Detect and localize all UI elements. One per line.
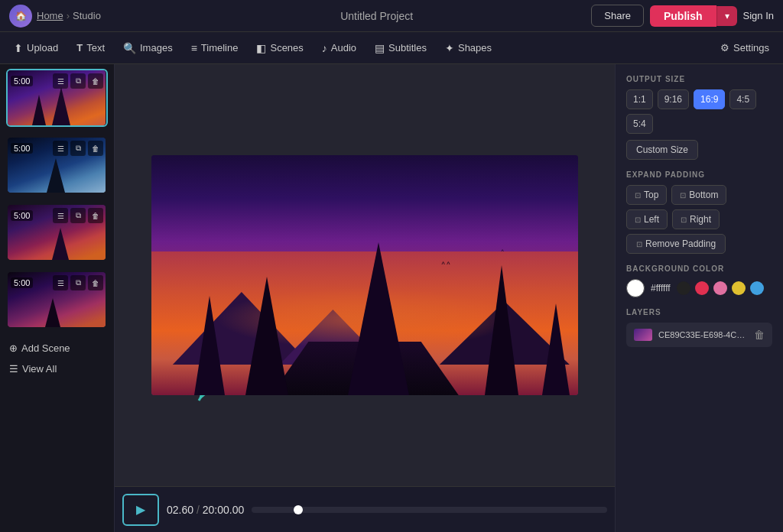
scene-item-1[interactable]: 5:00 ☰ ⧉ 🗑 bbox=[6, 69, 108, 127]
tool-subtitles[interactable]: ▤ Subtitles bbox=[367, 38, 434, 58]
scene-menu-2[interactable]: ☰ bbox=[53, 141, 68, 156]
home-link[interactable]: Home bbox=[37, 10, 63, 21]
size-btn-1-1[interactable]: 1:1 bbox=[626, 89, 653, 109]
scene-overlay-1: 5:00 ☰ ⧉ 🗑 bbox=[11, 73, 103, 89]
output-size-section: OUTPUT SIZE 1:1 9:16 16:9 4:5 5:4 Custom… bbox=[626, 75, 772, 160]
scene-item-2[interactable]: 5:00 ☰ ⧉ 🗑 bbox=[6, 136, 108, 194]
custom-size-button[interactable]: Custom Size bbox=[626, 140, 698, 160]
tool-text-label: Text bbox=[86, 42, 105, 54]
current-time: 02.60 bbox=[167, 504, 193, 516]
topbar-center: Untitled Project bbox=[162, 10, 591, 22]
share-button[interactable]: Share bbox=[591, 5, 644, 27]
settings-label: Settings bbox=[733, 42, 769, 54]
play-button[interactable]: ▶ bbox=[122, 494, 159, 526]
canvas-section: ^ ^ ^ ▶ 02.60 / 20:00.00 bbox=[115, 64, 615, 532]
scene-menu-4[interactable]: ☰ bbox=[53, 275, 68, 290]
view-all-button[interactable]: ☰ View All bbox=[6, 360, 108, 378]
color-dot-red[interactable] bbox=[695, 281, 709, 295]
scene-copy-3[interactable]: ⧉ bbox=[70, 208, 86, 223]
shapes-icon: ✦ bbox=[445, 42, 454, 54]
topbar: 🏠 Home › Studio Untitled Project Share P… bbox=[0, 0, 783, 32]
padding-options: ⊡ Top ⊡ Bottom bbox=[626, 185, 772, 205]
topbar-left: 🏠 Home › Studio bbox=[9, 5, 162, 28]
padding-right-button[interactable]: ⊡ Right bbox=[672, 209, 720, 229]
add-scene-button[interactable]: ⊕ Add Scene bbox=[6, 339, 108, 357]
toolbar: ⬆ Upload T Text 🔍 Images ≡ Timeline ◧ Sc… bbox=[0, 32, 783, 64]
layer-item[interactable]: CE89C33E-E698-4C2D-... 🗑 bbox=[626, 323, 772, 347]
remove-padding-icon: ⊡ bbox=[636, 240, 642, 248]
padding-left-icon: ⊡ bbox=[635, 216, 641, 224]
tool-scenes[interactable]: ◧ Scenes bbox=[249, 38, 310, 58]
scene-item-3[interactable]: 5:00 ☰ ⧉ 🗑 bbox=[6, 203, 108, 261]
canvas-area: ^ ^ ^ bbox=[115, 64, 615, 486]
upload-icon: ⬆ bbox=[14, 42, 23, 54]
tool-scenes-label: Scenes bbox=[270, 42, 303, 54]
remove-padding-label: Remove Padding bbox=[645, 238, 716, 249]
tool-timeline[interactable]: ≡ Timeline bbox=[184, 38, 246, 58]
scene-item-4[interactable]: 5:00 ☰ ⧉ 🗑 bbox=[6, 271, 108, 329]
padding-left-button[interactable]: ⊡ Left bbox=[626, 209, 668, 229]
avatar: 🏠 bbox=[9, 5, 32, 28]
publish-button[interactable]: Publish bbox=[650, 5, 716, 27]
scene-copy-4[interactable]: ⧉ bbox=[70, 275, 86, 290]
scene-delete-2[interactable]: 🗑 bbox=[88, 141, 103, 156]
tool-images[interactable]: 🔍 Images bbox=[115, 38, 180, 58]
padding-right-label: Right bbox=[690, 214, 711, 225]
tool-audio-label: Audio bbox=[331, 42, 356, 54]
timeline-bar: ▶ 02.60 / 20:00.00 bbox=[115, 486, 615, 532]
scene-delete-4[interactable]: 🗑 bbox=[88, 275, 103, 290]
total-time: 20:00.00 bbox=[203, 504, 245, 516]
right-panel: OUTPUT SIZE 1:1 9:16 16:9 4:5 5:4 Custom… bbox=[615, 64, 783, 532]
remove-padding-wrapper: ⊡ Remove Padding bbox=[626, 234, 772, 254]
studio-label: Studio bbox=[73, 10, 101, 21]
padding-top-icon: ⊡ bbox=[635, 191, 641, 200]
images-icon: 🔍 bbox=[123, 42, 136, 54]
color-dot-pink[interactable] bbox=[713, 281, 727, 295]
output-size-title: OUTPUT SIZE bbox=[626, 75, 772, 83]
tool-audio[interactable]: ♪ Audio bbox=[314, 38, 364, 58]
padding-options-lr: ⊡ Left ⊡ Right bbox=[626, 209, 772, 229]
color-swatch-white[interactable] bbox=[626, 279, 645, 297]
scene-copy-1[interactable]: ⧉ bbox=[70, 73, 86, 89]
signin-button[interactable]: Sign In bbox=[743, 10, 774, 21]
color-row: #ffffff bbox=[626, 279, 772, 297]
scene-menu-3[interactable]: ☰ bbox=[53, 208, 68, 223]
size-btn-16-9[interactable]: 16:9 bbox=[694, 89, 725, 109]
subtitles-icon: ▤ bbox=[375, 42, 385, 54]
scene-time-3: 5:00 bbox=[11, 210, 33, 221]
color-dot-yellow[interactable] bbox=[732, 281, 746, 295]
settings-item[interactable]: ⚙ Settings bbox=[713, 38, 777, 57]
tool-upload[interactable]: ⬆ Upload bbox=[6, 38, 66, 58]
publish-dropdown-button[interactable]: ▾ bbox=[716, 6, 737, 26]
padding-top-label: Top bbox=[644, 190, 658, 200]
breadcrumb: Home › Studio bbox=[37, 10, 101, 21]
remove-padding-button[interactable]: ⊡ Remove Padding bbox=[626, 234, 726, 254]
layer-delete-button[interactable]: 🗑 bbox=[754, 329, 765, 341]
size-btn-4-5[interactable]: 4:5 bbox=[729, 89, 756, 109]
color-dot-blue[interactable] bbox=[750, 281, 764, 295]
text-icon: T bbox=[76, 42, 83, 54]
layer-thumbnail bbox=[634, 329, 652, 341]
scene-delete-3[interactable]: 🗑 bbox=[88, 208, 103, 223]
size-btn-5-4[interactable]: 5:4 bbox=[626, 114, 653, 134]
timeline-track[interactable] bbox=[252, 507, 607, 513]
scenes-icon: ◧ bbox=[256, 42, 266, 54]
scene-copy-2[interactable]: ⧉ bbox=[70, 141, 86, 156]
color-dots bbox=[677, 281, 764, 295]
color-dot-black[interactable] bbox=[677, 281, 690, 295]
scene-menu-1[interactable]: ☰ bbox=[53, 73, 68, 89]
timeline-icon: ≡ bbox=[191, 42, 197, 54]
size-btn-9-16[interactable]: 9:16 bbox=[658, 89, 689, 109]
tool-shapes[interactable]: ✦ Shapes bbox=[437, 38, 499, 58]
bg-color-title: BACKGROUND COLOR bbox=[626, 264, 772, 273]
padding-top-button[interactable]: ⊡ Top bbox=[626, 185, 667, 205]
tool-text[interactable]: T Text bbox=[69, 38, 112, 57]
tool-shapes-label: Shapes bbox=[458, 42, 492, 54]
custom-size-wrapper: Custom Size bbox=[626, 140, 772, 160]
padding-bottom-button[interactable]: ⊡ Bottom bbox=[671, 185, 726, 205]
canvas-wrapper: ^ ^ ^ bbox=[151, 155, 578, 395]
scene-delete-1[interactable]: 🗑 bbox=[88, 73, 103, 89]
timeline-thumb[interactable] bbox=[294, 505, 303, 514]
tool-upload-label: Upload bbox=[27, 42, 58, 54]
scene-time-4: 5:00 bbox=[11, 277, 33, 288]
